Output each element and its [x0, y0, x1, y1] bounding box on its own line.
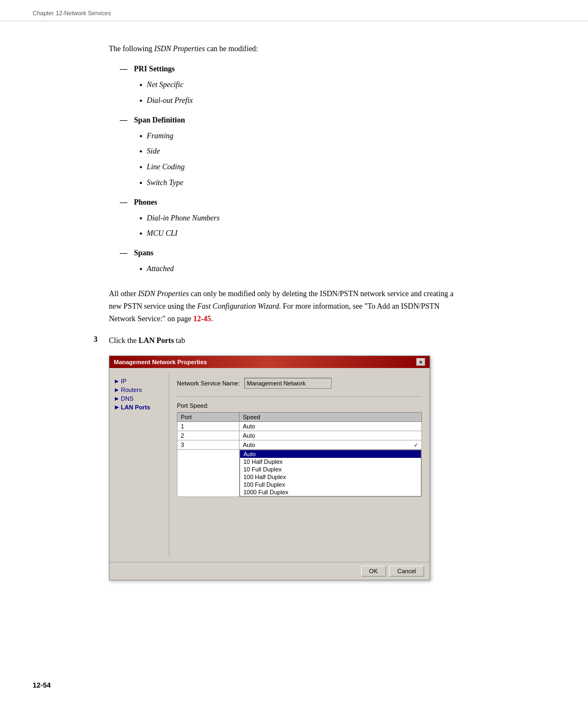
dash-symbol: — — [120, 63, 128, 76]
dialog-sidebar: ▶ IP ▶ Routers ▶ DNS ▶ LAN Ports — [109, 372, 169, 557]
bullet-dot: • — [139, 144, 143, 160]
bullet-side: • Side — [139, 144, 555, 160]
col-port: Port — [177, 413, 240, 422]
dialog-footer: OK Cancel — [109, 562, 430, 580]
sidebar-item-ip-label: IP — [121, 378, 126, 384]
intro-paragraph: The following ISDN Properties can be mod… — [109, 43, 555, 55]
bullet-text-attached: Attached — [147, 262, 174, 275]
bullet-dot: • — [139, 160, 143, 176]
step-3-text: Click the LAN Ports tab — [109, 335, 185, 347]
dropdown-item-100half[interactable]: 100 Half Duplex — [240, 473, 421, 481]
port-1: 1 — [177, 422, 240, 431]
nav-arrow-dns: ▶ — [115, 396, 119, 401]
dialog-main: Network Service Name: Port Speed: Port S… — [169, 372, 430, 557]
page-footer: 12-54 — [33, 681, 51, 689]
spans-bullets: • Attached — [139, 262, 555, 278]
dropdown-item-1000full[interactable]: 1000 Full Duplex — [240, 488, 421, 496]
dropdown-row: Auto 10 Half Duplex 10 Full Duplex 100 H… — [177, 450, 422, 497]
network-service-row: Network Service Name: — [177, 378, 422, 389]
page-reference-link[interactable]: 12-45 — [193, 315, 211, 323]
bullet-text-dial-in: Dial-in Phone Numbers — [147, 211, 220, 225]
body-part4: . — [211, 315, 213, 323]
span-definition-dash-item: — Span Definition — [120, 114, 555, 127]
dropdown-item-100full[interactable]: 100 Full Duplex — [240, 481, 421, 488]
bullet-line-coding: • Line Coding — [139, 160, 555, 176]
bullet-mcu-cli: • MCU CLI — [139, 226, 555, 242]
sidebar-item-dns-label: DNS — [121, 395, 133, 402]
dialog-wrapper: Management Network Properties × ▶ IP ▶ R… — [109, 356, 555, 580]
cancel-button[interactable]: Cancel — [389, 566, 424, 577]
port-3-cell: Auto ✓ — [243, 442, 418, 448]
dialog-box: Management Network Properties × ▶ IP ▶ R… — [109, 356, 430, 580]
nav-arrow-lan-ports: ▶ — [115, 404, 119, 410]
sidebar-item-dns[interactable]: ▶ DNS — [115, 394, 163, 403]
bullet-dot: • — [139, 129, 143, 145]
speed-2: Auto — [239, 431, 421, 440]
bullet-text-framing: Framing — [147, 129, 174, 143]
dropdown-empty-cell — [177, 450, 240, 497]
body-paragraph: All other ISDN Properties can only be mo… — [109, 287, 463, 325]
phones-bullets: • Dial-in Phone Numbers • MCU CLI — [139, 211, 555, 243]
network-service-input[interactable] — [244, 378, 332, 389]
bullet-dot: • — [139, 226, 143, 242]
body-italic1: ISDN Properties — [138, 290, 189, 298]
bullet-framing: • Framing — [139, 129, 555, 145]
port-2: 2 — [177, 431, 240, 440]
bullet-switch-type: • Switch Type — [139, 176, 555, 192]
sidebar-item-lan-ports[interactable]: ▶ LAN Ports — [115, 403, 163, 412]
dash-symbol-spans: — — [120, 247, 128, 260]
spans-dash-item: — Spans — [120, 247, 555, 260]
speed-dropdown[interactable]: Auto 10 Half Duplex 10 Full Duplex 100 H… — [240, 450, 421, 497]
dash-symbol-span: — — [120, 114, 128, 127]
dropdown-item-auto[interactable]: Auto — [240, 450, 421, 458]
dropdown-cell: Auto 10 Half Duplex 10 Full Duplex 100 H… — [239, 450, 421, 497]
bullet-dot: • — [139, 262, 143, 278]
close-icon: × — [419, 359, 422, 365]
step3-bold-text: LAN Ports — [138, 336, 174, 345]
col-speed: Speed — [239, 413, 421, 422]
bullet-dial-in: • Dial-in Phone Numbers — [139, 211, 555, 227]
sidebar-item-routers[interactable]: ▶ Routers — [115, 385, 163, 394]
intro-italic: ISDN Properties — [154, 45, 205, 53]
bullet-text-dial-out-prefix: Dial-out Prefix — [147, 94, 193, 107]
speed-3-value: Auto — [243, 442, 255, 448]
table-row: 3 Auto ✓ — [177, 440, 422, 450]
span-definition-section: — Span Definition • Framing • Side • Lin… — [120, 114, 555, 192]
dialog-titlebar: Management Network Properties × — [109, 356, 430, 368]
phones-section: — Phones • Dial-in Phone Numbers • MCU C… — [120, 196, 555, 242]
chapter-label: Chapter 12-Network Services — [33, 10, 111, 16]
span-definition-label: Span Definition — [134, 114, 185, 127]
pri-settings-label: PRI Settings — [134, 63, 175, 76]
dialog-title: Management Network Properties — [114, 359, 207, 365]
dropdown-item-10full[interactable]: 10 Full Duplex — [240, 465, 421, 473]
ok-button[interactable]: OK — [361, 566, 386, 577]
pri-settings-bullets: • Net Specific • Dial-out Prefix — [139, 78, 555, 109]
port-3: 3 — [177, 440, 240, 450]
spans-section: — Spans • Attached — [120, 247, 555, 278]
step-number-3: 3 — [94, 335, 109, 344]
sidebar-item-lan-ports-label: LAN Ports — [121, 404, 150, 410]
bullet-attached: • Attached — [139, 262, 555, 278]
checkmark-icon: ✓ — [414, 442, 418, 448]
network-service-label: Network Service Name: — [177, 380, 240, 387]
dropdown-item-10half[interactable]: 10 Half Duplex — [240, 458, 421, 465]
step3-text-after: tab — [174, 336, 185, 345]
bullet-dial-out-prefix: • Dial-out Prefix — [139, 94, 555, 109]
bullet-text-net-specific: Net Specific — [147, 78, 183, 91]
dialog-close-button[interactable]: × — [416, 358, 425, 366]
bullet-net-specific: • Net Specific — [139, 78, 555, 94]
nav-arrow-ip: ▶ — [115, 378, 119, 384]
sidebar-item-ip[interactable]: ▶ IP — [115, 377, 163, 385]
step3-text-before: Click the — [109, 336, 138, 345]
bullet-text-line-coding: Line Coding — [147, 160, 185, 174]
port-table: Port Speed 1 Auto 2 Auto — [177, 412, 422, 497]
phones-dash-item: — Phones — [120, 196, 555, 209]
speed-1: Auto — [239, 422, 421, 431]
sidebar-item-routers-label: Routers — [121, 387, 142, 393]
section-divider — [177, 396, 422, 397]
body-italic2: Fast Configuration Wizard. — [197, 302, 281, 310]
page-header: Chapter 12-Network Services — [0, 0, 588, 21]
dialog-body: ▶ IP ▶ Routers ▶ DNS ▶ LAN Ports — [109, 368, 430, 562]
page-content: The following ISDN Properties can be mod… — [0, 21, 588, 613]
step-3-row: 3 Click the LAN Ports tab — [109, 335, 555, 347]
